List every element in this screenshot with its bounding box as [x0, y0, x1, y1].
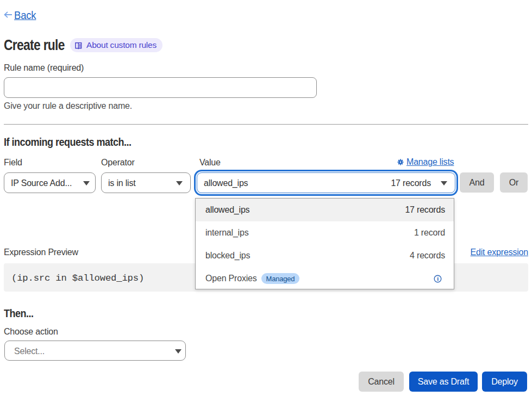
svg-text:i: i [437, 275, 439, 282]
